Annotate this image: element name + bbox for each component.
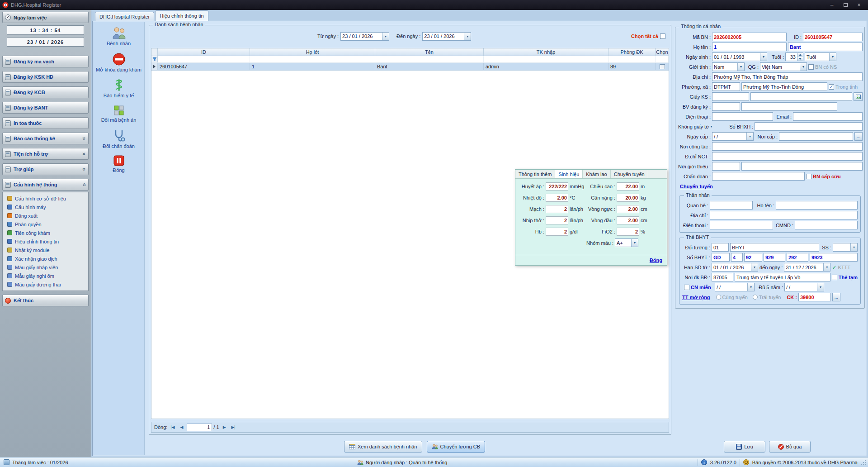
config-item-edit-info[interactable]: Hiệu chỉnh thông tin — [4, 237, 87, 246]
kttt-checkbox[interactable]: ✓ — [832, 264, 836, 271]
tab-referral[interactable]: Chuyển tuyến — [611, 170, 648, 178]
trai-tuyen-radio[interactable] — [753, 295, 758, 300]
sidebar-item-system-config[interactable]: Cấu hình hệ thống » — [2, 179, 89, 191]
sidebar-item-reports[interactable]: Báo cáo thống kê » — [2, 133, 89, 144]
table-row[interactable]: 2601005647 1 Bant admin 89 — [151, 63, 669, 71]
config-item-maternity-form[interactable]: Mẫu giấy dưỡng thai — [4, 280, 87, 289]
sidebar-item-kcb[interactable]: Đăng ký KCB — [2, 86, 89, 98]
config-item-admission-form[interactable]: Mẫu giấy nhập viện — [4, 263, 87, 272]
stepper-arrows[interactable] — [797, 53, 803, 61]
bhyt-seg-3[interactable]: 92 — [744, 253, 762, 262]
chevron-down-icon[interactable]: ▾ — [850, 243, 857, 251]
chevron-down-icon[interactable]: ▾ — [737, 63, 744, 71]
chevron-down-icon[interactable]: ▾ — [710, 124, 712, 129]
ma-bn-field[interactable]: 2026002005 — [712, 33, 787, 41]
cn-mien-checkbox[interactable] — [684, 285, 689, 290]
head-field[interactable]: 2.00 — [617, 216, 639, 224]
fio2-field[interactable]: 2 — [617, 228, 639, 236]
sidebar-item-prescription[interactable]: In toa thuốc — [2, 117, 89, 129]
to-date-picker[interactable]: 23 / 01 / 2026 ▾ — [422, 32, 471, 41]
cmnd-field[interactable] — [795, 221, 858, 229]
chevron-down-icon[interactable]: ▾ — [760, 53, 767, 61]
pager-first-button[interactable]: |◀ — [169, 424, 176, 431]
chevron-down-icon[interactable]: ▾ — [464, 33, 471, 40]
tool-change-diagnosis[interactable]: Đổi chẩn đoán — [94, 129, 143, 149]
config-item-transactions[interactable]: Xác nhận giao dịch — [4, 254, 87, 263]
bhyt-seg-5[interactable]: 292 — [787, 253, 808, 262]
tab-tb-exam[interactable]: Khám lao — [583, 170, 610, 178]
skip-button[interactable]: Bỏ qua — [769, 441, 811, 453]
config-item-permissions[interactable]: Phân quyền — [4, 220, 87, 229]
column-header-ten[interactable]: Tên — [375, 48, 484, 56]
pulse-field[interactable]: 2 — [546, 205, 568, 213]
bn-co-ns-checkbox[interactable] — [808, 64, 814, 70]
email-field[interactable] — [793, 112, 863, 121]
resize-grip-icon[interactable] — [861, 460, 866, 465]
from-date-picker[interactable]: 23 / 01 / 2026 ▾ — [340, 32, 389, 41]
pager-last-button[interactable]: ▶| — [230, 424, 237, 431]
sidebar-item-barcode[interactable]: Đăng ký mã vạch — [2, 56, 89, 67]
du-5-nam-date-picker[interactable]: / / ▾ — [784, 283, 824, 291]
tool-unlock-exam[interactable]: Mở khóa đăng khám — [94, 52, 143, 73]
trong-tinh-checkbox[interactable]: ✓ — [829, 84, 834, 90]
view-patient-list-button[interactable]: Xem danh sách bệnh nhân — [344, 441, 422, 453]
cung-tuyen-radio[interactable] — [716, 295, 721, 300]
tab-extra-info[interactable]: Thông tin thêm — [515, 170, 555, 178]
age-stepper[interactable]: 33 — [785, 52, 803, 61]
valid-to-picker[interactable]: 31 / 12 / 2026 ▾ — [784, 263, 830, 272]
work-date-display[interactable]: 23 / 01 / 2026 — [7, 37, 84, 47]
chevron-down-icon[interactable]: ▾ — [631, 239, 638, 247]
config-item-module-log[interactable]: Nhật ký module — [4, 246, 87, 254]
column-header-id[interactable]: ID — [158, 48, 250, 56]
tool-patient[interactable]: Bệnh nhân — [94, 26, 143, 47]
chevron-down-icon[interactable]: ▾ — [800, 63, 807, 71]
bhyt-seg-4[interactable]: 929 — [764, 253, 785, 262]
relative-address-field[interactable] — [710, 211, 858, 219]
chevron-down-icon[interactable]: ▾ — [817, 283, 824, 291]
id-field[interactable]: 2601005647 — [803, 33, 863, 41]
chevron-down-icon[interactable]: ▾ — [382, 33, 389, 40]
birth-cert-code-field[interactable] — [712, 92, 749, 101]
phone-field[interactable] — [712, 112, 773, 121]
bhyt-object-code-field[interactable]: 01 — [712, 243, 729, 252]
relation-field[interactable] — [710, 201, 753, 210]
pager-next-button[interactable]: ▶ — [221, 424, 228, 431]
nct-address-field[interactable] — [712, 152, 863, 161]
column-header-holot[interactable]: Họ lót — [250, 48, 375, 56]
workplace-field[interactable] — [712, 142, 863, 151]
reg-place-name-field[interactable]: Trung tâm y tế huyện Lấp Vò — [735, 273, 830, 281]
age-unit-select[interactable]: Tuổi ▾ — [805, 52, 836, 61]
relative-phone-field[interactable] — [710, 221, 773, 229]
birth-cert-field[interactable] — [750, 92, 852, 101]
config-item-database[interactable]: Cấu hình cơ sở dữ liệu — [4, 194, 87, 203]
select-all-checkbox[interactable] — [660, 33, 665, 39]
tool-health-insurance[interactable]: Bảo hiểm y tế — [94, 78, 143, 99]
chevron-down-icon[interactable]: ▾ — [829, 53, 836, 61]
transfer-cb-button[interactable]: Chuyển lương CB — [427, 441, 486, 453]
pager-page-input[interactable]: 1 — [187, 424, 212, 431]
chest-field[interactable]: 2.00 — [617, 205, 639, 213]
bhyt-seg-1[interactable]: GD — [712, 253, 730, 262]
pager-prev-button[interactable]: ◀ — [178, 424, 185, 431]
birth-cert-browse-button[interactable] — [854, 92, 863, 101]
chuyen-tuyen-link[interactable]: Chuyển tuyến — [680, 184, 713, 189]
tt-mo-rong-link[interactable]: TT mở rộng — [682, 295, 710, 300]
ck-field[interactable]: 39800 — [798, 293, 831, 301]
chevron-down-icon[interactable]: ▾ — [751, 263, 758, 271]
referrer-name-field[interactable] — [741, 162, 863, 171]
tool-close[interactable]: Đóng — [94, 155, 143, 173]
column-header-tknhap[interactable]: TK nhập — [484, 48, 609, 56]
bhyt-seg-6[interactable]: 9923 — [810, 253, 858, 262]
ho-lot-field[interactable]: 1 — [712, 43, 787, 51]
ward-name-field[interactable]: Phường Mỹ Tho-Tỉnh Đồng — [741, 82, 827, 91]
ck-browse-button[interactable]: ... — [832, 293, 840, 301]
config-item-logout[interactable]: Đăng xuất — [4, 211, 87, 220]
ward-code-field[interactable]: DTPMT — [712, 82, 740, 91]
address-field[interactable]: Phường Mỹ Tho, Tỉnh Đồng Tháp — [712, 72, 863, 81]
cn-mien-date-picker[interactable]: / / ▾ — [715, 283, 755, 291]
config-item-exam-fee[interactable]: Tiền công khám — [4, 229, 87, 237]
temperature-field[interactable]: 2.00 — [546, 194, 568, 202]
blood-pressure-field[interactable]: 222/222 — [546, 182, 568, 191]
height-field[interactable]: 22.00 — [617, 182, 639, 191]
bhyt-object-name-field[interactable]: BHYT — [730, 243, 819, 252]
